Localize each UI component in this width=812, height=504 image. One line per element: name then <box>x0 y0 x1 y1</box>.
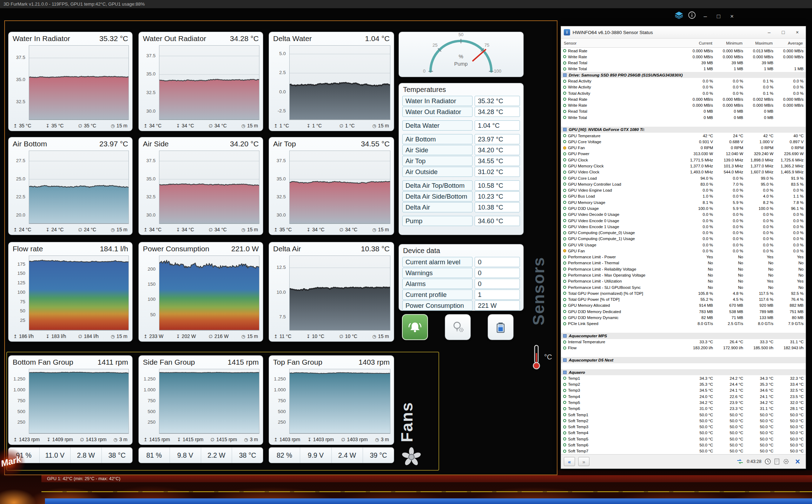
table-section-row[interactable]: Aquacomputer MPS <box>561 333 806 339</box>
sensor-row[interactable]: Write Rate0.000 MB/s0.000 MB/s0.000 MB/s… <box>561 102 806 108</box>
hwinfo-minimize-button[interactable]: – <box>762 27 776 37</box>
gauge-sensor-icon <box>563 286 566 289</box>
sensor-row[interactable]: GPU Video Encode 0 Usage0.0 %0.0 %0.0 %0… <box>561 218 806 224</box>
column-header-sensor[interactable]: Sensor <box>561 41 684 45</box>
sensor-row[interactable]: GPU Clock1,771.5 MHz139.0 MHz1,898.0 MHz… <box>561 157 806 163</box>
sensor-row[interactable]: GPU Video Encode 1 Usage0.0 %0.0 %0.0 %0… <box>561 224 806 230</box>
sensor-row[interactable]: Internal Temperature33.3 °C26.4 °C33.3 °… <box>561 339 806 345</box>
sensor-row[interactable]: Temp534.2 °C23.9 °C34.2 °C32.0 °C <box>561 399 806 405</box>
table-section-row[interactable]: Drive: Samsung SSD 850 PRO 256GB (S1SUNS… <box>561 72 806 78</box>
sensor-row[interactable]: Temp334.5 °C24.1 °C34.6 °C32.5 °C <box>561 387 806 393</box>
sensor-row[interactable]: Total Activity0.0 %0.0 %0.1 %0.0 % <box>561 90 806 96</box>
sensor-row[interactable]: Temp424.0 °C22.6 °C24.1 °C23.5 °C <box>561 393 806 399</box>
sensor-row[interactable]: Write Total1 MB1 MB1 MB1 MB <box>561 66 806 72</box>
sensor-row[interactable]: Temp134.3 °C24.2 °C34.3 °C32.3 °C <box>561 375 806 381</box>
sensor-row[interactable]: Write Activity0.0 %0.0 %0.0 %0.0 % <box>561 84 806 90</box>
settings-gear-icon[interactable] <box>783 458 789 465</box>
sensor-name: Temp5 <box>568 400 685 405</box>
sensor-row[interactable]: Performance Limit - Max Operating Voltag… <box>561 272 806 278</box>
sensor-row[interactable]: GPU Memory Allocated914 MB670 MB920 MB88… <box>561 303 806 309</box>
column-header-average[interactable]: Average <box>775 41 805 45</box>
sensor-row[interactable]: GPU Fan0.0 %0.0 %0.0 %0.0 % <box>561 248 806 254</box>
sensor-row[interactable]: Performance Limit - Reliability VoltageN… <box>561 266 806 272</box>
table-section-row[interactable]: Aquacomputer D5 Next <box>561 357 806 363</box>
sensor-row[interactable]: GPU Temperature42 °C24 °C42 °C40 °C <box>561 133 806 139</box>
device-section-icon <box>563 371 567 374</box>
data-row-label: Air Bottom <box>402 134 473 144</box>
hwinfo-forward-button[interactable]: » <box>578 457 589 466</box>
sensor-row[interactable]: GPU Fan0 RPM0 RPM0 RPM0 RPM <box>561 145 806 151</box>
sensor-row[interactable]: GPU Computing (Compute_1) Usage0.0 %0.0 … <box>561 236 806 242</box>
sensor-row[interactable]: Soft Temp550.0 °C50.0 °C50.0 °C50.0 °C <box>561 436 806 442</box>
sensor-row[interactable]: Write Rate0.000 MB/s0.000 MB/s0.000 MB/s… <box>561 54 806 60</box>
sensor-row[interactable]: Soft Temp150.0 °C50.0 °C50.0 °C50.0 °C <box>561 412 806 418</box>
report-icon[interactable] <box>774 458 780 465</box>
current-value: 1,377.0 MHz <box>685 164 715 168</box>
sensor-row[interactable]: GPU D3D Memory Dedicated783 MB538 MB789 … <box>561 309 806 314</box>
sensor-row[interactable]: GPU Core Voltage0.931 V0.688 V1.000 V0.8… <box>561 139 806 145</box>
sensor-row[interactable]: Soft Temp450.0 °C50.0 °C50.0 °C50.0 °C <box>561 430 806 436</box>
sensor-row[interactable]: Soft Temp350.0 °C50.0 °C50.0 °C50.0 °C <box>561 424 806 430</box>
hwinfo-back-button[interactable]: « <box>564 457 575 466</box>
sensor-row[interactable]: Read Rate0.000 MB/s0.000 MB/s0.013 MB/s0… <box>561 48 806 54</box>
sensor-row[interactable]: Read Rate0.000 MB/s0.000 MB/s0.002 MB/s0… <box>561 96 806 102</box>
sensor-row[interactable]: Flow183.200 l/h172.900 l/h185.500 l/h182… <box>561 345 806 351</box>
sensor-row[interactable]: GPU D3D Memory Dynamic82 MB71 MB133 MB80… <box>561 314 806 320</box>
sensor-row[interactable]: Soft Temp250.0 °C50.0 °C50.0 °C50.0 °C <box>561 418 806 424</box>
sensor-row[interactable]: GPU Memory Controller Load83.0 %7.0 %95.… <box>561 181 806 187</box>
layers-icon[interactable] <box>675 11 682 22</box>
sensor-row[interactable]: Temp631.0 °C23.3 °C31.1 °C28.1 °C <box>561 406 806 412</box>
sensor-row[interactable]: GPU Video Clock1,493.0 MHz544.0 MHz1,607… <box>561 169 806 175</box>
maximize-button[interactable]: □ <box>715 12 722 21</box>
minimize-button[interactable]: – <box>701 12 709 21</box>
hwinfo-close-sensors-button[interactable]: × <box>792 457 803 466</box>
info-icon[interactable] <box>688 11 696 22</box>
current-value: 100.0 % <box>685 206 715 211</box>
sensor-row[interactable]: Soft Temp650.0 °C50.0 °C50.0 °C50.0 °C <box>561 442 806 448</box>
sensor-row[interactable]: GPU Bus Load1.0 %0.0 %4.0 %1.1 % <box>561 193 806 199</box>
sensor-row[interactable]: Temp235.3 °C24.4 °C35.3 °C33.4 °C <box>561 381 806 387</box>
current-value: 1 MB <box>685 67 715 71</box>
remote-sync-icon[interactable] <box>737 459 744 464</box>
sensor-row[interactable]: GPU Core Load94.0 %0.0 %99.0 %91.9 % <box>561 175 806 181</box>
lighting-settings-button[interactable] <box>445 314 471 340</box>
close-button[interactable]: × <box>728 12 736 21</box>
sensor-row[interactable]: GPU Memory Usage8.1 %5.9 %8.2 %7.8 % <box>561 199 806 205</box>
sensor-row[interactable]: Performance Limit - UtilizationNoNoYesYe… <box>561 278 806 284</box>
y-tick-label: 32.5 <box>10 99 25 104</box>
hwinfo-titlebar[interactable]: i HWiNFO64 v6.10-3880 Sensor Status – □ … <box>561 26 806 39</box>
column-header-current[interactable]: Current <box>684 41 714 45</box>
sensor-row[interactable]: GPU Video Engine Load0.0 %0.0 %0.0 %0.0 … <box>561 187 806 193</box>
sensor-row[interactable]: GPU VR Usage0.0 %0.0 %0.0 %0.0 % <box>561 242 806 248</box>
sensor-row[interactable]: Total GPU Power [% of TDP]55.2 %4.5 %117… <box>561 297 806 303</box>
sensor-row[interactable]: GPU D3D Usage100.0 %5.9 %100.0 %96.1 % <box>561 205 806 211</box>
column-header-minimum[interactable]: Minimum <box>714 41 745 45</box>
average-value: No <box>775 285 806 290</box>
sensor-row[interactable]: Read Total39 MB39 MB39 MB <box>561 60 806 66</box>
fan-stat-value: 38 °C <box>101 447 133 463</box>
hwinfo-maximize-button[interactable]: □ <box>776 27 790 37</box>
table-section-row[interactable]: Aquaero <box>561 369 806 375</box>
column-header-maximum[interactable]: Maximum <box>745 41 775 45</box>
data-row-value: 0 <box>475 257 520 267</box>
sensor-row[interactable]: GPU Power313.030 W12.040 W329.240 W226.6… <box>561 151 806 157</box>
sensor-row[interactable]: GPU Memory Clock1,377.0 MHz101.3 MHz1,37… <box>561 163 806 169</box>
sensor-row[interactable]: GPU Computing (Compute_0) Usage0.0 %0.0 … <box>561 230 806 236</box>
power-battery-button[interactable] <box>488 314 514 340</box>
sensor-row[interactable]: Read Total0 MB0 MB0 MB <box>561 108 806 114</box>
sensor-row[interactable]: Performance Limit - PowerYesNoYesYes <box>561 254 806 260</box>
sensor-row[interactable]: GPU Video Decode 0 Usage0.0 %0.0 %0.0 %0… <box>561 212 806 218</box>
sensor-row[interactable]: Performance Limit - SLI GPUBoost SyncNoN… <box>561 284 806 290</box>
hwinfo-close-button[interactable]: × <box>790 27 804 37</box>
sensor-row[interactable]: Read Activity0.0 %0.0 %0.1 %0.0 % <box>561 78 806 84</box>
sensor-row[interactable]: Total GPU Power (normalized) [% of TDP]1… <box>561 290 806 296</box>
sensor-row[interactable]: PCIe Link Speed8.0 GT/s2.5 GT/s8.0 GT/s7… <box>561 321 806 327</box>
alarm-bell-button[interactable] <box>402 314 428 340</box>
average-value: 751 MB <box>775 310 806 314</box>
data-row-label: Pump <box>402 216 473 226</box>
sensor-row[interactable]: Performance Limit - ThermalNoNoNoNo <box>561 260 806 266</box>
clock-icon[interactable] <box>765 458 771 465</box>
sensor-row[interactable]: Soft Temp750.0 °C50.0 °C50.0 °C50.0 °C <box>561 448 806 454</box>
sensor-row[interactable]: Write Total0 MB0 MB0 MB <box>561 114 806 120</box>
table-section-row[interactable]: GPU [#0]: NVIDIA GeForce GTX 1080 Ti: <box>561 127 806 133</box>
